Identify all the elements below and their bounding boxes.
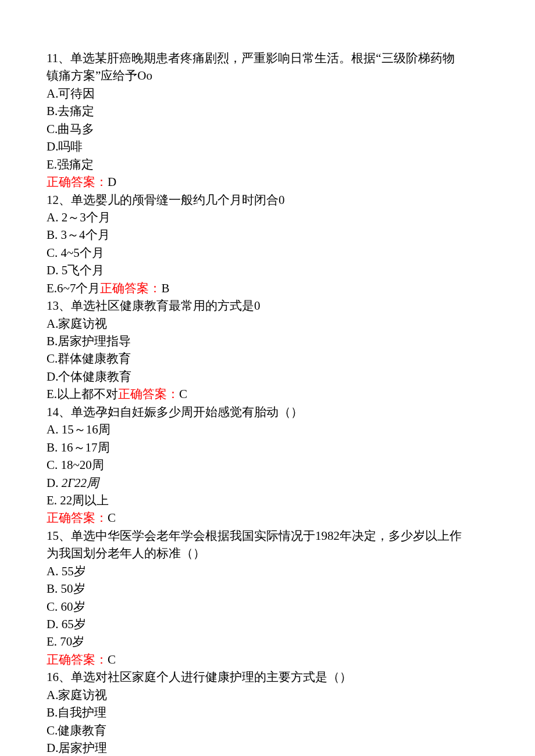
option-c: C. 4~5个月 — [47, 244, 488, 261]
option-d: D.吗啡 — [47, 138, 488, 155]
option-c: C.曲马多 — [47, 120, 488, 138]
question-11: 11、单选某肝癌晚期患者疼痛剧烈，严重影响日常生活。根据“三级阶梯药物 镇痛方案… — [47, 49, 488, 191]
option-e: E. 70岁 — [47, 633, 488, 650]
option-c: C.群体健康教育 — [47, 350, 488, 367]
question-stem: 13、单选社区健康教育最常用的方式是0 — [47, 297, 488, 314]
answer-label: 正确答案： — [118, 387, 179, 401]
answer-value: C — [108, 511, 116, 525]
option-e: E. 22周以上 — [47, 492, 488, 509]
option-d: D.个体健康教育 — [47, 368, 488, 385]
answer-value: C — [108, 653, 116, 667]
question-16: 16、单选对社区家庭个人进行健康护理的主要方式是（） A.家庭访视 B.自我护理… — [47, 668, 488, 756]
option-d: D.居家护理 — [47, 739, 488, 756]
question-stem: 为我国划分老年人的标准（） — [47, 544, 488, 562]
option-d: D. 65岁 — [47, 615, 488, 633]
option-a: A.家庭访视 — [47, 315, 488, 332]
option-b: B. 3～4个月 — [47, 226, 488, 243]
answer-label: 正确答案： — [100, 281, 161, 295]
option-b: B.自我护理 — [47, 704, 488, 721]
answer-value: C — [179, 387, 187, 401]
option-a: A. 55岁 — [47, 562, 488, 580]
question-stem: 14、单选孕妇自妊娠多少周开始感觉有胎动（） — [47, 403, 488, 421]
option-e-and-answer: E.以上都不对正确答案：C — [47, 385, 488, 403]
answer-line: 正确答案：D — [47, 173, 488, 191]
option-d: D. 2Γ22周 — [47, 474, 488, 492]
option-b: B.居家护理指导 — [47, 332, 488, 350]
option-a: A. 15～16周 — [47, 421, 488, 438]
question-13: 13、单选社区健康教育最常用的方式是0 A.家庭访视 B.居家护理指导 C.群体… — [47, 297, 488, 403]
option-e-and-answer: E.6~7个月正确答案：B — [47, 280, 488, 297]
option-b: B. 50岁 — [47, 580, 488, 597]
question-15: 15、单选中华医学会老年学会根据我国实际情况于1982年决定，多少岁以上作 为我… — [47, 527, 488, 669]
answer-label: 正确答案： — [47, 653, 108, 667]
answer-line: 正确答案：C — [47, 651, 488, 668]
option-c: C. 18~20周 — [47, 456, 488, 474]
option-a: A.可待因 — [47, 85, 488, 102]
question-stem: 12、单选婴儿的颅骨缝一般约几个月时闭合0 — [47, 191, 488, 209]
option-a: A.家庭访视 — [47, 686, 488, 704]
question-stem: 镇痛方案”应给予Oo — [47, 67, 488, 84]
option-c: C.健康教育 — [47, 722, 488, 739]
option-e: E.强痛定 — [47, 156, 488, 173]
question-stem: 11、单选某肝癌晚期患者疼痛剧烈，严重影响日常生活。根据“三级阶梯药物 — [47, 49, 488, 67]
answer-label: 正确答案： — [47, 175, 108, 189]
option-b: B. 16～17周 — [47, 439, 488, 456]
answer-value: D — [108, 175, 116, 189]
answer-value: B — [161, 281, 169, 295]
option-d-italic-text: 2Γ22周 — [58, 476, 99, 490]
question-stem: 16、单选对社区家庭个人进行健康护理的主要方式是（） — [47, 668, 488, 686]
option-c: C. 60岁 — [47, 598, 488, 615]
option-b: B.去痛定 — [47, 102, 488, 120]
option-d-label: D. — [47, 476, 58, 490]
answer-label: 正确答案： — [47, 511, 108, 525]
option-d: D. 5飞个月 — [47, 261, 488, 279]
option-e: E.6~7个月 — [47, 281, 100, 295]
question-12: 12、单选婴儿的颅骨缝一般约几个月时闭合0 A. 2～3个月 B. 3～4个月 … — [47, 191, 488, 298]
option-a: A. 2～3个月 — [47, 209, 488, 226]
option-e: E.以上都不对 — [47, 387, 118, 401]
question-14: 14、单选孕妇自妊娠多少周开始感觉有胎动（） A. 15～16周 B. 16～1… — [47, 403, 488, 527]
answer-line: 正确答案：C — [47, 509, 488, 526]
question-stem: 15、单选中华医学会老年学会根据我国实际情况于1982年决定，多少岁以上作 — [47, 527, 488, 544]
